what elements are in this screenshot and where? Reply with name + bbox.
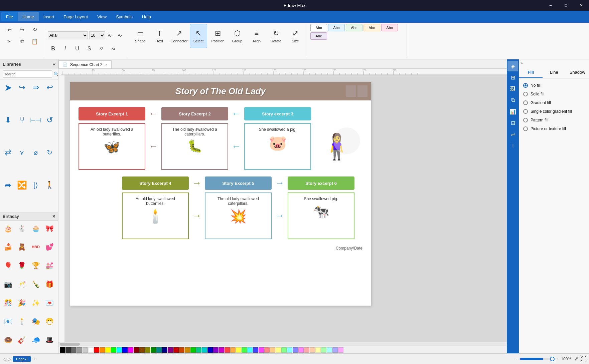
- lib-birthday-confetti[interactable]: 🎊: [2, 297, 14, 309]
- menu-view[interactable]: View: [93, 12, 111, 21]
- excerpt5-header[interactable]: Story Excerpt 5: [205, 176, 272, 190]
- gradient-fill-option[interactable]: Gradient fill: [522, 98, 586, 107]
- lib-icon-arrow-curved[interactable]: ↪: [16, 81, 28, 93]
- color-swatch[interactable]: [207, 347, 213, 353]
- excerpt5-body[interactable]: The old lady swallowed caterpillars. 💥: [205, 193, 272, 239]
- lib-icon-refresh[interactable]: ↻: [44, 146, 56, 158]
- zoom-thumb[interactable]: [550, 357, 555, 361]
- cut-icon[interactable]: ✂: [4, 36, 15, 47]
- color-swatch[interactable]: [100, 347, 105, 353]
- zoom-in-button[interactable]: +: [556, 357, 558, 361]
- excerpt6-body[interactable]: She swallowed pig. 🐄: [288, 193, 354, 239]
- font-size-select[interactable]: 10: [89, 31, 105, 39]
- excerpt2-body[interactable]: The old lady swallowed a caterpillars. 🐛: [161, 123, 228, 170]
- lib-birthday-mask2[interactable]: 😷: [44, 315, 56, 327]
- scrollbar-thumb-h[interactable]: [60, 343, 80, 346]
- style-preview-3[interactable]: Abc: [346, 24, 362, 31]
- color-swatch[interactable]: [298, 347, 304, 353]
- shadow-tab[interactable]: Shadow: [566, 67, 589, 78]
- color-swatch[interactable]: [60, 347, 65, 353]
- color-swatch[interactable]: [225, 347, 230, 353]
- color-swatch[interactable]: [128, 347, 133, 353]
- color-swatch[interactable]: [83, 347, 88, 353]
- chart-icon-btn[interactable]: 📊: [507, 106, 518, 117]
- menu-home[interactable]: Home: [18, 12, 39, 21]
- single-color-radio[interactable]: [523, 109, 528, 114]
- lib-icon-loop[interactable]: ↺: [44, 114, 56, 126]
- lib-birthday-camera[interactable]: 📷: [2, 278, 14, 290]
- menu-insert[interactable]: Insert: [39, 12, 59, 21]
- zoom-out-button[interactable]: −: [515, 357, 517, 361]
- color-swatch[interactable]: [338, 347, 343, 353]
- excerpt6-header[interactable]: Story excerpt 6: [288, 176, 354, 190]
- lib-birthday-hbd[interactable]: HBD: [30, 241, 42, 253]
- lib-birthday-rabbit[interactable]: 🐇: [16, 223, 28, 235]
- color-swatch[interactable]: [190, 347, 196, 353]
- lib-birthday-envelope[interactable]: 📧: [2, 315, 14, 327]
- refresh-icon[interactable]: ↻: [29, 24, 40, 35]
- grid-icon-btn[interactable]: ⊞: [507, 72, 518, 83]
- close-button[interactable]: ✕: [574, 0, 589, 11]
- lib-birthday-wedding[interactable]: 💒: [44, 260, 56, 272]
- lib-birthday-balloon[interactable]: 🎈: [2, 260, 14, 272]
- position-button[interactable]: ⊞ Position: [209, 24, 227, 48]
- lib-birthday-mask1[interactable]: 🎭: [30, 315, 42, 327]
- color-swatch[interactable]: [287, 347, 292, 353]
- menu-help[interactable]: Help: [137, 12, 156, 21]
- no-fill-radio[interactable]: [523, 83, 528, 88]
- subscript-icon[interactable]: X₂: [108, 43, 119, 54]
- lib-birthday-gift[interactable]: 🎁: [44, 278, 56, 290]
- group-button[interactable]: ⬡ Group: [229, 24, 246, 48]
- lib-icon-arrow3[interactable]: ➦: [2, 179, 14, 191]
- more-icon-btn[interactable]: ⁞: [507, 140, 518, 151]
- sidebar-collapse-button[interactable]: «: [53, 61, 55, 67]
- fill-tab[interactable]: Fill: [519, 67, 543, 78]
- pattern-fill-radio[interactable]: [523, 118, 528, 122]
- gradient-fill-radio[interactable]: [523, 100, 528, 105]
- menu-page-layout[interactable]: Page Layout: [59, 12, 93, 21]
- single-color-gradient-option[interactable]: Single color gradient fill: [522, 107, 586, 116]
- color-swatch[interactable]: [236, 347, 241, 353]
- lib-birthday-hat2[interactable]: 🎩: [44, 334, 56, 346]
- birthday-section-header[interactable]: Birthday ✕: [0, 213, 58, 221]
- italic-icon[interactable]: I: [60, 43, 70, 54]
- color-swatch[interactable]: [230, 347, 236, 353]
- lib-birthday-hat1[interactable]: 🧢: [30, 334, 42, 346]
- color-swatch[interactable]: [304, 347, 309, 353]
- lib-birthday-env[interactable]: 💌: [44, 297, 56, 309]
- color-swatch[interactable]: [94, 347, 99, 353]
- prev-page-button[interactable]: ◁: [3, 356, 6, 362]
- line-tab[interactable]: Line: [543, 67, 566, 78]
- increase-font-icon[interactable]: A+: [107, 30, 115, 41]
- lib-icon-arrow-right[interactable]: ➤: [2, 81, 14, 93]
- redo-icon[interactable]: ↪: [17, 24, 27, 35]
- color-swatch[interactable]: [259, 347, 264, 353]
- color-swatch[interactable]: [276, 347, 281, 353]
- lib-birthday-wine2[interactable]: 🍾: [30, 278, 42, 290]
- lib-birthday-cupcake2[interactable]: 🎀: [44, 223, 56, 235]
- add-page-button[interactable]: +: [32, 356, 35, 362]
- excerpt3-body[interactable]: She swallowed a pig. 🐷: [244, 123, 311, 170]
- table-icon-btn[interactable]: ⊟: [507, 117, 518, 128]
- color-swatch[interactable]: [213, 347, 218, 353]
- lib-icon-arrow-back[interactable]: ↩: [44, 81, 56, 93]
- solid-fill-option[interactable]: Solid fill: [522, 90, 586, 98]
- color-swatch[interactable]: [122, 347, 128, 353]
- lib-icon-double-arrow[interactable]: ⇄: [2, 146, 14, 158]
- lib-icon-connector1[interactable]: ⊢⊣: [30, 114, 42, 126]
- color-swatch[interactable]: [88, 347, 94, 353]
- superscript-icon[interactable]: X²: [96, 43, 107, 54]
- color-swatch[interactable]: [264, 347, 270, 353]
- fullscreen-button[interactable]: ⛶: [581, 356, 586, 362]
- lib-birthday-guitar[interactable]: 🎸: [16, 334, 28, 346]
- lib-icon-flow-split[interactable]: ⑂: [16, 114, 28, 126]
- maximize-button[interactable]: □: [558, 0, 574, 11]
- color-swatch[interactable]: [321, 347, 326, 353]
- style-preview-5[interactable]: Abc: [381, 24, 398, 31]
- tab-close-button[interactable]: ×: [105, 63, 107, 67]
- style-preview-6[interactable]: Abc: [310, 32, 327, 40]
- right-panel-expand[interactable]: »: [519, 59, 589, 67]
- lib-birthday-candles[interactable]: 🕯️: [16, 315, 28, 327]
- lib-birthday-muffin[interactable]: 🍰: [2, 241, 14, 253]
- align-button[interactable]: ≡ Align: [248, 24, 265, 48]
